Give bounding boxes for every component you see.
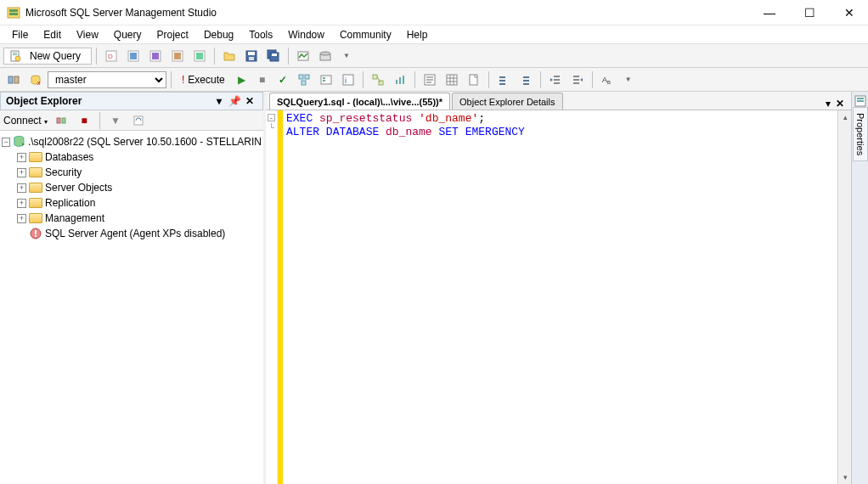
uncomment-icon[interactable]: [516, 70, 536, 89]
results-file-icon[interactable]: [464, 70, 484, 89]
tab-sql-query[interactable]: SQLQuery1.sql - (local)\...\vive...(55))…: [269, 93, 450, 110]
menu-tools[interactable]: Tools: [242, 27, 279, 42]
tree-root[interactable]: − .\sql2008r22 (SQL Server 10.50.1600 - …: [2, 134, 262, 149]
properties-tab-icon: [854, 95, 866, 107]
collapse-region-icon[interactable]: -: [268, 114, 275, 121]
pane-dropdown-icon[interactable]: ▾: [211, 95, 227, 107]
change-connection-icon[interactable]: [3, 70, 24, 89]
database-selector[interactable]: master: [48, 71, 166, 88]
svg-text:B: B: [607, 80, 611, 85]
active-files-dropdown-icon[interactable]: ▾: [826, 98, 831, 110]
comment-icon[interactable]: [493, 70, 514, 89]
svg-rect-80: [857, 100, 864, 102]
menu-view[interactable]: View: [70, 27, 105, 42]
menu-debug[interactable]: Debug: [197, 27, 240, 42]
tree-node-agent[interactable]: SQL Server Agent (Agent XPs disabled): [17, 226, 262, 241]
filter-icon[interactable]: ▼: [106, 111, 125, 130]
tree-node-server-objects[interactable]: +Server Objects: [17, 180, 262, 195]
include-plan-icon[interactable]: [368, 70, 388, 89]
dmx-query-icon[interactable]: [167, 47, 188, 65]
specify-template-icon[interactable]: AB: [597, 70, 617, 89]
svg-rect-48: [447, 75, 457, 85]
expand-toggle-icon[interactable]: +: [17, 153, 26, 162]
new-query-button[interactable]: New Query: [3, 48, 92, 65]
sql-toolbar: x master ! Execute ▶ ■ ✓ i AB ▼: [0, 68, 868, 92]
save-icon[interactable]: [241, 47, 262, 65]
folder-icon: [29, 183, 42, 193]
content-area: Object Explorer ▾ 📌 ✕ Connect ▾ ■ ▼ − .\…: [0, 92, 868, 484]
expand-toggle-icon[interactable]: +: [17, 199, 26, 208]
menu-query[interactable]: Query: [107, 27, 149, 42]
xmla-query-icon[interactable]: [189, 47, 210, 65]
properties-tab[interactable]: Properties: [853, 107, 868, 161]
db-engine-query-icon[interactable]: D: [101, 47, 121, 65]
tab-object-explorer-details[interactable]: Object Explorer Details: [452, 93, 563, 110]
code-editor[interactable]: - └ EXEC sp_resetstatus 'db_name'; ALTER…: [266, 110, 851, 484]
tree-node-security[interactable]: +Security: [17, 165, 262, 180]
analysis-query-icon[interactable]: [123, 47, 144, 65]
results-grid-icon[interactable]: [442, 70, 462, 89]
svg-text:i: i: [345, 76, 347, 85]
close-button[interactable]: ✕: [837, 3, 861, 23]
estimated-plan-icon[interactable]: [294, 70, 314, 89]
menu-project[interactable]: Project: [150, 27, 195, 42]
object-explorer-title: Object Explorer: [6, 95, 82, 107]
execute-button[interactable]: ! Execute: [176, 70, 231, 89]
menu-edit[interactable]: Edit: [37, 27, 68, 42]
stop-button[interactable]: ■: [253, 70, 272, 89]
refresh-icon[interactable]: [128, 111, 149, 130]
mdx-query-icon[interactable]: [145, 47, 166, 65]
minimize-button[interactable]: —: [757, 3, 782, 23]
parse-icon[interactable]: ✓: [273, 70, 292, 89]
folder-icon: [29, 198, 42, 208]
connect-button[interactable]: Connect ▾: [3, 115, 48, 127]
menu-help[interactable]: Help: [400, 27, 435, 42]
disconnect-icon[interactable]: [51, 111, 71, 130]
toolbar-dropdown-icon[interactable]: ▼: [619, 70, 638, 89]
registered-servers-icon[interactable]: [315, 47, 335, 65]
svg-rect-12: [152, 53, 159, 59]
increase-indent-icon[interactable]: [567, 70, 588, 89]
window-title: Microsoft SQL Server Management Studio: [25, 7, 217, 19]
execute-label: Execute: [188, 74, 224, 86]
open-file-icon[interactable]: [219, 47, 240, 65]
server-label: .\sql2008r22 (SQL Server 10.50.1600 - ST…: [28, 136, 262, 148]
scroll-up-icon[interactable]: ▴: [838, 110, 852, 124]
results-text-icon[interactable]: [420, 70, 440, 89]
pane-close-icon[interactable]: ✕: [242, 95, 257, 107]
editor-pane: SQLQuery1.sql - (local)\...\vive...(55))…: [266, 92, 851, 484]
svg-point-25: [320, 52, 330, 55]
close-tab-icon[interactable]: ✕: [832, 98, 848, 110]
svg-rect-31: [305, 75, 309, 79]
save-all-icon[interactable]: [263, 47, 284, 65]
svg-rect-32: [302, 81, 306, 85]
available-db-icon[interactable]: x: [25, 70, 46, 89]
include-stats-icon[interactable]: [390, 70, 410, 89]
debug-button[interactable]: ▶: [233, 70, 251, 89]
tree-node-replication[interactable]: +Replication: [17, 195, 262, 211]
query-options-icon[interactable]: [316, 70, 336, 89]
tree-node-databases[interactable]: +Databases: [17, 149, 262, 165]
pane-pin-icon[interactable]: 📌: [227, 95, 242, 107]
stop-icon[interactable]: ■: [75, 111, 93, 130]
intellisense-icon[interactable]: i: [338, 70, 358, 89]
tree-node-management[interactable]: +Management: [17, 211, 262, 226]
code-text[interactable]: EXEC sp_resetstatus 'db_name'; ALTER DAT…: [283, 110, 837, 484]
menu-file[interactable]: File: [5, 27, 35, 42]
expand-toggle-icon[interactable]: +: [17, 214, 26, 223]
maximize-button[interactable]: ☐: [798, 3, 822, 23]
svg-rect-43: [403, 76, 404, 84]
expand-toggle-icon[interactable]: +: [17, 183, 26, 193]
expand-toggle-icon[interactable]: −: [2, 138, 10, 147]
menu-bar: File Edit View Query Project Debug Tools…: [0, 25, 868, 44]
scroll-down-icon[interactable]: ▾: [838, 470, 852, 484]
dropdown-icon[interactable]: ▼: [337, 47, 356, 65]
menu-community[interactable]: Community: [333, 27, 398, 42]
decrease-indent-icon[interactable]: [545, 70, 566, 89]
vertical-scrollbar[interactable]: ▴ ▾: [837, 110, 851, 484]
svg-rect-33: [321, 76, 331, 84]
menu-window[interactable]: Window: [281, 27, 331, 42]
activity-monitor-icon[interactable]: [293, 47, 313, 65]
svg-rect-71: [62, 118, 65, 123]
expand-toggle-icon[interactable]: +: [17, 168, 26, 177]
